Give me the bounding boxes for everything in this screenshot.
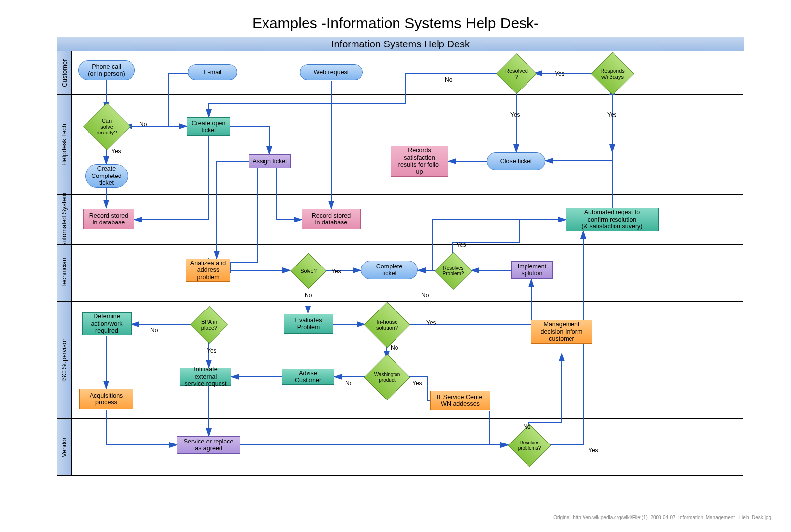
label-yes-10: Yes (588, 447, 598, 454)
lane-vendor (57, 419, 743, 476)
label-yes-7: Yes (207, 347, 217, 354)
node-it-service-center: IT Service CenterWN addesses (430, 391, 490, 410)
node-email: E-mail (188, 64, 237, 80)
lane-customer (57, 51, 743, 94)
label-no-2: No (445, 76, 452, 83)
lane-helpdesk (57, 94, 743, 195)
label-yes-9: Yes (412, 380, 422, 387)
label-yes-3: Yes (510, 111, 520, 118)
node-complete-ticket: Completeticket (361, 261, 418, 279)
node-acquisitions: Acquisitionsprocess (79, 389, 133, 409)
node-record-stored-2: Record storedin database (302, 209, 361, 229)
node-service-replace: Service or replaceas agreed (177, 436, 240, 454)
label-yes-5: Yes (331, 268, 341, 275)
label-no-8: No (523, 423, 530, 430)
node-automated-request: Automated reqest toconfirm resolution(& … (566, 208, 659, 231)
node-create-open-ticket: Create openticket (187, 117, 230, 136)
label-no-4: No (421, 292, 429, 299)
label-yes-2: Yes (555, 70, 565, 77)
node-analyze-problem: Analizea andaddressproblem (186, 259, 230, 282)
node-phone-call: Phone call(or in person) (78, 60, 135, 80)
diagram-canvas: Examples -Information Systems Help Desk-… (0, 0, 791, 532)
node-create-completed-ticket: CreateCompletedticket (85, 164, 128, 188)
page-title: Examples -Information Systems Help Desk- (0, 15, 791, 32)
node-evaluates-problem: EvaluatesProblem (284, 314, 333, 334)
label-no-3: No (305, 292, 312, 299)
node-close-ticket: Close ticket (487, 152, 545, 170)
node-record-stored-1: Record storedin database (83, 209, 134, 229)
node-management-decision: Managementdecision Informcustomer (531, 320, 592, 344)
attribution-text: Original: http://en.wikipedia.org/wiki/F… (553, 515, 771, 520)
label-yes-6: Yes (456, 241, 466, 248)
node-web-request: Web request (300, 64, 363, 80)
label-yes-1: Yes (111, 148, 121, 155)
node-implement-solution: Implementsplution (511, 261, 553, 279)
pool-title: Information Systems Help Desk (57, 37, 744, 51)
node-determine-action: Detemineaction/workrequired (82, 312, 132, 335)
label-no-1: No (139, 121, 147, 128)
node-advise-customer: AdviseCustomer (282, 369, 334, 385)
label-no-6: No (391, 344, 398, 351)
node-initiate-request: Intitiaate externalservice request (180, 368, 231, 386)
label-yes-4: Yes (607, 111, 617, 118)
label-no-5: No (150, 327, 158, 334)
label-no-7: No (345, 380, 352, 387)
node-assign-ticket: Assign ticket (249, 154, 291, 168)
node-records-satisfaction: Recordssatisfactionresults for follo-up (391, 146, 448, 177)
label-yes-8: Yes (426, 319, 436, 326)
